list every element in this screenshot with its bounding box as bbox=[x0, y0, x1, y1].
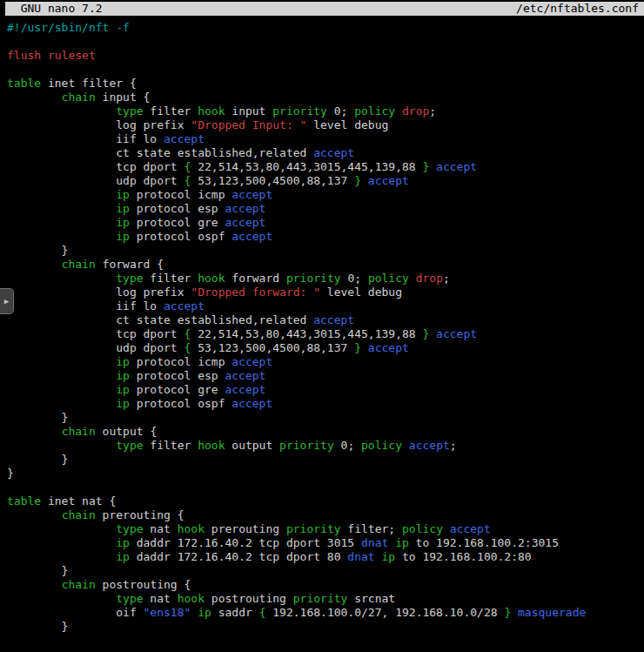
code-token: forward bbox=[225, 272, 285, 285]
code-token: level debug bbox=[320, 286, 402, 299]
code-token: ; bbox=[450, 439, 457, 452]
code-token bbox=[443, 522, 450, 535]
code-token: iif lo bbox=[7, 132, 164, 145]
code-token: oif bbox=[7, 606, 144, 619]
code-token bbox=[429, 327, 436, 340]
code-token: priority bbox=[286, 522, 341, 535]
code-token: protocol esp bbox=[130, 369, 225, 382]
code-line: flush ruleset bbox=[7, 49, 644, 63]
code-token: masquerade bbox=[518, 606, 586, 619]
code-token: input { bbox=[96, 91, 151, 104]
code-token: dnat bbox=[347, 550, 374, 563]
code-token bbox=[7, 550, 116, 563]
code-line: chain prerouting { bbox=[7, 508, 644, 522]
code-token: tcp dport bbox=[7, 160, 184, 173]
code-line: } bbox=[7, 244, 644, 258]
code-token: protocol gre bbox=[130, 216, 225, 229]
code-line bbox=[7, 481, 644, 494]
code-token: output bbox=[225, 439, 279, 452]
code-token bbox=[7, 369, 116, 382]
code-token: ip bbox=[116, 216, 130, 229]
code-token bbox=[7, 216, 116, 229]
code-token: } bbox=[7, 411, 68, 424]
code-token: protocol esp bbox=[130, 202, 225, 215]
code-token: ip bbox=[116, 188, 130, 201]
code-token: protocol ospf bbox=[130, 397, 231, 410]
code-line: ip protocol gre accept bbox=[7, 383, 644, 397]
code-token: policy bbox=[368, 272, 409, 285]
code-token: hook bbox=[178, 522, 205, 535]
code-token: udp dport bbox=[7, 174, 184, 187]
code-token: policy bbox=[354, 104, 395, 118]
code-token: 0; bbox=[327, 104, 354, 118]
code-token: ip bbox=[381, 550, 395, 563]
code-token bbox=[7, 104, 116, 118]
code-token: "ens18" bbox=[144, 606, 191, 619]
code-token: 0; bbox=[341, 272, 368, 285]
code-token: nat bbox=[144, 592, 178, 605]
code-token: srcnat bbox=[347, 592, 395, 605]
code-token: accept bbox=[231, 230, 272, 243]
code-token: protocol ospf bbox=[130, 230, 231, 243]
code-line: ip protocol esp accept bbox=[7, 369, 644, 383]
code-token: accept bbox=[225, 202, 265, 215]
code-token: accept bbox=[368, 174, 409, 187]
code-token: filter bbox=[144, 104, 198, 118]
code-token: filter bbox=[144, 439, 198, 452]
open-file-path: /etc/nftables.conf bbox=[516, 2, 639, 16]
code-token: type bbox=[116, 439, 143, 452]
code-token: table bbox=[7, 494, 41, 507]
code-token bbox=[7, 592, 116, 605]
code-token bbox=[361, 341, 368, 354]
code-line: type filter hook output priority 0; poli… bbox=[7, 439, 644, 453]
code-token: prerouting bbox=[205, 522, 286, 535]
code-token bbox=[409, 272, 416, 285]
code-token: ; bbox=[429, 104, 436, 118]
code-token: } bbox=[7, 564, 68, 577]
code-line: log prefix "Dropped forward: " level deb… bbox=[7, 286, 644, 299]
code-token: accept bbox=[313, 313, 354, 326]
code-line: #!/usr/sbin/nft -f bbox=[7, 21, 644, 35]
code-token: hook bbox=[198, 439, 225, 452]
code-token bbox=[388, 536, 395, 549]
chevron-right-icon: ▶ bbox=[4, 298, 9, 306]
code-token: log prefix bbox=[7, 286, 191, 299]
code-token: udp dport bbox=[7, 341, 184, 354]
code-token: drop bbox=[416, 272, 443, 285]
code-token bbox=[7, 397, 116, 410]
code-line: tcp dport { 22,514,53,80,443,3015,445,13… bbox=[7, 327, 644, 341]
code-area[interactable]: #!/usr/sbin/nft -fflush rulesettable ine… bbox=[7, 21, 644, 634]
code-line: tcp dport { 22,514,53,80,443,3015,445,13… bbox=[7, 160, 644, 174]
code-line: ip protocol icmp accept bbox=[7, 188, 644, 202]
code-token: ip bbox=[116, 383, 130, 396]
app-version-label: GNU nano 7.2 bbox=[7, 2, 103, 16]
code-token: nat bbox=[144, 522, 178, 535]
code-token: input bbox=[225, 104, 272, 118]
code-line: } bbox=[7, 564, 644, 578]
code-token: ip bbox=[116, 369, 130, 382]
code-token: ct state established,related bbox=[7, 146, 313, 159]
code-line: chain input { bbox=[7, 91, 644, 104]
code-token: } bbox=[354, 341, 361, 354]
code-line: udp dport { 53,123,500,4500,88,137 } acc… bbox=[7, 341, 644, 355]
code-line: } bbox=[7, 453, 644, 467]
code-token: daddr 172.16.40.2 tcp dport 80 bbox=[130, 550, 347, 563]
sidebar-toggle-tab[interactable]: ▶ bbox=[0, 288, 14, 314]
code-line: type filter hook input priority 0; polic… bbox=[7, 104, 644, 118]
code-token: 22,514,53,80,443,3015,445,139,88 bbox=[191, 327, 422, 340]
code-token: accept bbox=[164, 299, 205, 313]
code-token bbox=[7, 258, 62, 271]
code-token: log prefix bbox=[7, 118, 191, 131]
code-token: ip bbox=[116, 355, 130, 368]
code-token: chain bbox=[62, 508, 96, 521]
code-token bbox=[7, 272, 116, 285]
code-token bbox=[7, 439, 116, 452]
code-token: 22,514,53,80,443,3015,445,139,88 bbox=[191, 160, 422, 173]
code-token: inet filter { bbox=[41, 77, 137, 90]
code-token: priority bbox=[293, 592, 348, 605]
code-line: ip daddr 172.16.40.2 tcp dport 3015 dnat… bbox=[7, 536, 644, 550]
code-token: postrouting bbox=[205, 592, 293, 605]
code-line: } bbox=[7, 411, 644, 425]
code-token: iif lo bbox=[7, 299, 164, 313]
code-token: accept bbox=[368, 341, 409, 354]
